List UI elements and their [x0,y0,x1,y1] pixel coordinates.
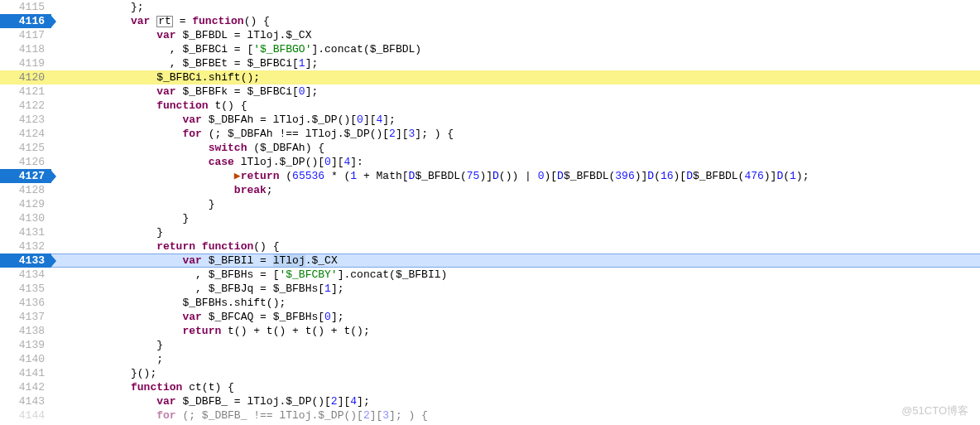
line-number[interactable]: 4127 [0,169,51,183]
line-number[interactable]: 4133 [0,254,51,268]
line-number[interactable]: 4125 [0,141,51,155]
line-content[interactable]: function t() { [51,99,980,113]
token: lTloj.$_DP()[ [234,156,324,168]
line-content[interactable]: , $_BFBJq = $_BFBHs[1]; [51,282,980,296]
line-number[interactable]: 4141 [0,366,51,380]
code-line[interactable]: 4130 } [0,211,980,225]
line-number[interactable]: 4135 [0,282,51,296]
line-content[interactable]: , $_BFBHs = ['$_BFCBY'].concat($_BFBIl) [51,268,980,282]
line-number[interactable]: 4126 [0,155,51,169]
token: return [241,170,280,182]
line-content[interactable]: ; [51,352,980,366]
line-number[interactable]: 4128 [0,183,51,197]
token: $_BFBFk = $_BFBCi[ [176,85,299,98]
code-line[interactable]: 4124 for (; $_DBFAh !== lTloj.$_DP()[2][… [0,127,980,141]
line-number[interactable]: 4132 [0,239,51,254]
line-content[interactable]: var rt = function() { [51,14,980,28]
line-number[interactable]: 4120 [0,70,51,85]
code-line[interactable]: 4115 }; [0,0,980,14]
code-line[interactable]: 4133 var $_BFBIl = lTloj.$_CX [0,254,980,268]
line-number[interactable]: 4119 [0,56,51,70]
code-line[interactable]: 4121 var $_BFBFk = $_BFBCi[0]; [0,85,980,99]
code-line[interactable]: 4141 }(); [0,366,980,380]
line-content[interactable]: for (; $_DBFB_ !== lTloj.$_DP()[2][3]; )… [51,408,980,423]
code-line[interactable]: 4144 for (; $_DBFB_ !== lTloj.$_DP()[2][… [0,408,980,423]
token: () { [244,15,270,27]
code-line[interactable]: 4127 ▶return (65536 * (1 + Math[D$_BFBDL… [0,169,980,183]
line-content[interactable]: ▶return (65536 * (1 + Math[D$_BFBDL(75)]… [51,169,980,183]
line-number[interactable]: 4122 [0,99,51,113]
code-line[interactable]: 4142 function ct(t) { [0,380,980,394]
line-number[interactable]: 4144 [0,408,51,423]
line-number[interactable]: 4130 [0,211,51,225]
line-content[interactable]: for (; $_DBFAh !== lTloj.$_DP()[2][3]; )… [51,127,980,141]
line-content[interactable]: } [51,197,980,211]
line-content[interactable]: }(); [51,366,980,380]
line-content[interactable]: break; [51,183,980,197]
code-line[interactable]: 4116 var rt = function() { [0,14,980,28]
code-line[interactable]: 4134 , $_BFBHs = ['$_BFCBY'].concat($_BF… [0,268,980,282]
code-line[interactable]: 4143 var $_DBFB_ = lTloj.$_DP()[2][4]; [0,394,980,408]
line-content[interactable]: return function() { [51,239,980,254]
line-number[interactable]: 4123 [0,113,51,127]
line-content[interactable]: var $_DBFB_ = lTloj.$_DP()[2][4]; [51,394,980,408]
line-content[interactable]: , $_BFBEt = $_BFBCi[1]; [51,56,980,70]
code-line[interactable]: 4139 } [0,338,980,352]
line-content[interactable]: return t() + t() + t() + t(); [51,324,980,338]
code-line[interactable]: 4118 , $_BFBCi = ['$_BFBGO'].concat($_BF… [0,42,980,56]
line-number[interactable]: 4137 [0,310,51,324]
line-number[interactable]: 4134 [0,268,51,282]
token: + Math[ [357,170,408,182]
line-number[interactable]: 4136 [0,296,51,310]
code-line[interactable]: 4126 case lTloj.$_DP()[0][4]: [0,155,980,169]
token: 1 [350,170,357,182]
line-content[interactable]: } [51,338,980,352]
code-line[interactable]: 4120 $_BFBCi.shift(); [0,70,980,85]
code-line[interactable]: 4132 return function() { [0,239,980,254]
line-content[interactable]: $_BFBHs.shift(); [51,296,980,310]
code-line[interactable]: 4131 } [0,225,980,239]
code-line[interactable]: 4140 ; [0,352,980,366]
line-number[interactable]: 4139 [0,338,51,352]
line-content[interactable]: var $_BFBIl = lTloj.$_CX [51,254,980,268]
line-content[interactable]: } [51,225,980,239]
code-line[interactable]: 4136 $_BFBHs.shift(); [0,296,980,310]
line-content[interactable]: } [51,211,980,225]
line-number[interactable]: 4142 [0,380,51,394]
line-number[interactable]: 4116 [0,14,51,28]
line-number[interactable]: 4118 [0,42,51,56]
line-number[interactable]: 4115 [0,0,51,14]
code-line[interactable]: 4125 switch ($_DBFAh) { [0,141,980,155]
code-editor[interactable]: 4115 };4116 var rt = function() {4117 va… [0,0,980,425]
code-line[interactable]: 4122 function t() { [0,99,980,113]
line-content[interactable]: var $_BFBDL = lTloj.$_CX [51,28,980,42]
line-number[interactable]: 4140 [0,352,51,366]
line-content[interactable]: function ct(t) { [51,380,980,394]
line-number[interactable]: 4124 [0,127,51,141]
line-content[interactable]: case lTloj.$_DP()[0][4]: [51,155,980,169]
code-line[interactable]: 4119 , $_BFBEt = $_BFBCi[1]; [0,56,980,70]
line-content[interactable]: switch ($_DBFAh) { [51,141,980,155]
line-number[interactable]: 4143 [0,394,51,408]
code-line[interactable]: 4138 return t() + t() + t() + t(); [0,324,980,338]
line-content[interactable]: , $_BFBCi = ['$_BFBGO'].concat($_BFBDL) [51,42,980,56]
line-number[interactable]: 4129 [0,197,51,211]
line-content[interactable]: }; [51,0,980,14]
line-content[interactable]: var $_BFBFk = $_BFBCi[0]; [51,85,980,99]
code-line[interactable]: 4128 break; [0,183,980,197]
line-number[interactable]: 4121 [0,85,51,99]
line-number[interactable]: 4117 [0,28,51,42]
code-line[interactable]: 4123 var $_DBFAh = lTloj.$_DP()[0][4]; [0,113,980,127]
line-number[interactable]: 4131 [0,225,51,239]
line-content[interactable]: var $_DBFAh = lTloj.$_DP()[0][4]; [51,113,980,127]
code-line[interactable]: 4129 } [0,197,980,211]
line-content[interactable]: $_BFBCi.shift(); [51,70,980,85]
code-line[interactable]: 4137 var $_BFCAQ = $_BFBHs[0]; [0,310,980,324]
code-line[interactable]: 4117 var $_BFBDL = lTloj.$_CX [0,28,980,42]
token: 396 [615,170,634,182]
token: function [131,381,182,394]
line-number[interactable]: 4138 [0,324,51,338]
code-line[interactable]: 4135 , $_BFBJq = $_BFBHs[1]; [0,282,980,296]
token: t() { [209,99,247,112]
line-content[interactable]: var $_BFCAQ = $_BFBHs[0]; [51,310,980,324]
